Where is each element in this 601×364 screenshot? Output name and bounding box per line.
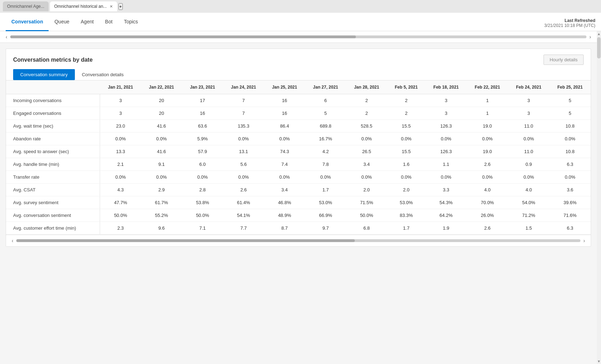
page-wrapper: ‹ › Conversation metrics by date Hourly …	[0, 31, 601, 364]
cell-r4-c9: 19.0	[467, 145, 508, 158]
table-row: Engaged conversations320167165223135	[6, 107, 591, 120]
hourly-details-button[interactable]: Hourly details	[544, 55, 584, 65]
col-feb18: Feb 18, 2021	[425, 80, 467, 94]
cell-r6-c5: 0.0%	[305, 171, 346, 184]
cell-r1-c0: 3	[100, 107, 141, 120]
nav-tab-topics[interactable]: Topics	[118, 13, 144, 31]
cell-r7-c4: 3.4	[264, 184, 305, 196]
cell-r10-c0: 2.3	[100, 222, 141, 235]
cell-r6-c6: 0.0%	[346, 171, 387, 184]
col-feb22: Feb 22, 2021	[467, 80, 508, 94]
cell-r6-c4: 0.0%	[264, 171, 305, 184]
nav-tab-agent[interactable]: Agent	[75, 13, 100, 31]
cell-r9-c3: 54.1%	[223, 209, 264, 222]
cell-r3-c9: 0.0%	[467, 133, 508, 145]
last-refreshed-info: Last Refreshed 3/21/2021 10:18 PM (UTC)	[544, 18, 595, 31]
page-main: ‹ › Conversation metrics by date Hourly …	[0, 31, 597, 364]
nav-tab-conversation[interactable]: Conversation	[6, 13, 49, 31]
cell-r1-c6: 2	[346, 107, 387, 120]
cell-r9-c9: 26.0%	[467, 209, 508, 222]
cell-r4-c10: 11.0	[508, 145, 549, 158]
right-scroll-thumb[interactable]	[597, 37, 601, 58]
cell-r5-c11: 6.3	[549, 158, 591, 171]
cell-r0-c5: 6	[305, 94, 346, 107]
last-refreshed-label: Last Refreshed	[544, 18, 595, 23]
cell-r5-c6: 3.4	[346, 158, 387, 171]
cell-r1-c9: 1	[467, 107, 508, 120]
cell-r6-c3: 0.0%	[223, 171, 264, 184]
sub-tab-list: Conversation summary Conversation detail…	[6, 69, 591, 80]
col-jan27: Jan 27, 2021	[305, 80, 346, 94]
nav-tab-list: Conversation Queue Agent Bot Topics	[6, 13, 144, 31]
nav-tab-bot[interactable]: Bot	[99, 13, 118, 31]
tab-label: Omnichannel historical an...	[54, 4, 107, 9]
horizontal-scroll-thumb	[10, 35, 356, 38]
cell-r0-c4: 16	[264, 94, 305, 107]
cell-r4-c2: 57.9	[182, 145, 223, 158]
cell-r10-c6: 6.8	[346, 222, 387, 235]
cell-r8-c10: 54.0%	[508, 196, 549, 209]
table-header-row: Jan 21, 2021 Jan 22, 2021 Jan 23, 2021 J…	[6, 80, 591, 94]
cell-r1-c3: 7	[223, 107, 264, 120]
row-label-3: Abandon rate	[6, 133, 100, 145]
col-feb25: Feb 25, 2021	[549, 80, 591, 94]
right-scrollbar: ▲ ▼	[597, 31, 601, 364]
cell-r7-c11: 3.6	[549, 184, 591, 196]
table-row: Abandon rate0.0%0.0%5.9%0.0%0.0%16.7%0.0…	[6, 133, 591, 145]
cell-r5-c4: 7.4	[264, 158, 305, 171]
tab-omnichannel-agent[interactable]: Omnichannel Age...	[3, 1, 49, 11]
add-tab-button[interactable]: +	[118, 3, 123, 10]
cell-r8-c8: 54.3%	[425, 196, 467, 209]
cell-r0-c8: 3	[425, 94, 467, 107]
cell-r7-c0: 4.3	[100, 184, 141, 196]
cell-r8-c11: 39.6%	[549, 196, 591, 209]
cell-r2-c0: 23.0	[100, 120, 141, 133]
col-jan24: Jan 24, 2021	[223, 80, 264, 94]
sub-tab-conversation-summary[interactable]: Conversation summary	[13, 69, 75, 80]
cell-r2-c8: 126.3	[425, 120, 467, 133]
cell-r0-c0: 3	[100, 94, 141, 107]
cell-r2-c7: 15.5	[387, 120, 425, 133]
cell-r8-c4: 46.8%	[264, 196, 305, 209]
cell-r6-c1: 0.0%	[141, 171, 182, 184]
cell-r6-c2: 0.0%	[182, 171, 223, 184]
cell-r1-c10: 3	[508, 107, 549, 120]
scroll-up-icon[interactable]: ▲	[597, 31, 601, 37]
cell-r4-c8: 126.3	[425, 145, 467, 158]
scroll-down-icon[interactable]: ▼	[597, 359, 601, 364]
cell-r3-c2: 5.9%	[182, 133, 223, 145]
cell-r1-c4: 16	[264, 107, 305, 120]
scroll-left-arrow[interactable]: ‹	[6, 34, 7, 40]
scroll-left-bottom-arrow[interactable]: ‹	[12, 238, 13, 243]
top-scrollbar: ‹ ›	[0, 31, 597, 43]
cell-r9-c2: 50.0%	[182, 209, 223, 222]
sub-tab-conversation-details[interactable]: Conversation details	[75, 69, 131, 80]
cell-r9-c1: 55.2%	[141, 209, 182, 222]
cell-r2-c10: 11.0	[508, 120, 549, 133]
cell-r6-c11: 0.0%	[549, 171, 591, 184]
horizontal-scroll-track[interactable]	[10, 35, 587, 38]
cell-r3-c4: 0.0%	[264, 133, 305, 145]
cell-r3-c1: 0.0%	[141, 133, 182, 145]
cell-r3-c6: 0.0%	[346, 133, 387, 145]
row-label-6: Transfer rate	[6, 171, 100, 184]
close-tab-icon[interactable]: ✕	[110, 4, 113, 9]
nav-tab-queue[interactable]: Queue	[49, 13, 75, 31]
cell-r7-c2: 2.8	[182, 184, 223, 196]
tab-omnichannel-historical[interactable]: Omnichannel historical an... ✕	[50, 1, 117, 11]
scroll-right-arrow[interactable]: ›	[589, 34, 591, 40]
cell-r5-c10: 0.9	[508, 158, 549, 171]
cell-r3-c7: 0.0%	[387, 133, 425, 145]
cell-r4-c7: 15.5	[387, 145, 425, 158]
cell-r8-c0: 47.7%	[100, 196, 141, 209]
table-row: Avg. handle time (min)2.19.16.05.67.47.8…	[6, 158, 591, 171]
row-label-5: Avg. handle time (min)	[6, 158, 100, 171]
cell-r10-c10: 1.5	[508, 222, 549, 235]
scroll-right-bottom-arrow[interactable]: ›	[583, 238, 585, 243]
cell-r2-c6: 528.5	[346, 120, 387, 133]
cell-r5-c1: 9.1	[141, 158, 182, 171]
cell-r5-c5: 7.8	[305, 158, 346, 171]
bottom-scroll-track[interactable]	[16, 239, 581, 242]
cell-r9-c11: 71.6%	[549, 209, 591, 222]
cell-r0-c7: 2	[387, 94, 425, 107]
